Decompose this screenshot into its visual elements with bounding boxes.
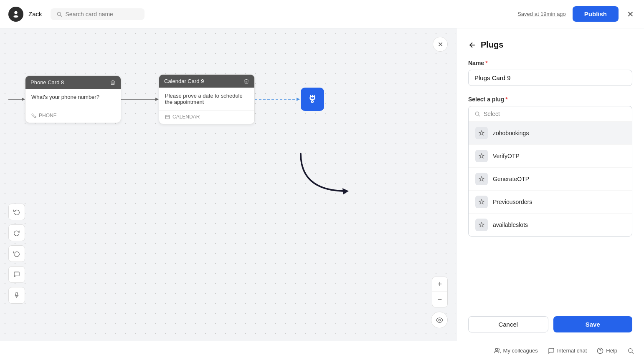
svg-marker-7 (155, 98, 159, 101)
calendar-card-header: Calendar Card 9 (159, 75, 254, 88)
left-toolbar (8, 204, 25, 304)
flow-container: Phone Card 8 What's your phone number? P… (8, 74, 324, 124)
svg-point-0 (14, 11, 17, 14)
svg-point-22 (475, 112, 479, 115)
bottom-bar: My colleagues Internal chat Help (0, 341, 644, 360)
availableslots-icon (475, 219, 488, 231)
refresh-button[interactable] (8, 245, 25, 262)
svg-marker-13 (297, 98, 300, 101)
plug-item-availableslots[interactable]: availableslots (469, 213, 632, 236)
plug-item-verifyotp[interactable]: VerifyOTP (469, 144, 632, 167)
verifyotp-icon (475, 150, 488, 162)
avatar (8, 7, 23, 22)
colleagues-label: My colleagues (503, 347, 538, 354)
back-button[interactable] (468, 41, 477, 49)
svg-rect-14 (310, 97, 315, 100)
right-panel: Plugs Name * Select a plug * (456, 28, 644, 341)
select-plug-section: Select a plug * zohobookings (468, 96, 632, 237)
panel-title: Plugs (481, 40, 503, 50)
help-item[interactable]: Help (597, 347, 617, 354)
svg-point-24 (495, 348, 497, 350)
svg-point-2 (57, 12, 61, 15)
svg-marker-16 (342, 188, 349, 194)
zoom-out-button[interactable]: − (432, 292, 447, 307)
panel-header: Plugs (468, 40, 632, 50)
search-bottom-item[interactable] (627, 347, 634, 354)
plug-required-indicator: * (505, 96, 507, 103)
canvas-area[interactable]: ✕ Phone Card 8 What's your phone number?… (0, 28, 456, 341)
colleagues-item[interactable]: My colleagues (494, 347, 538, 354)
phone-card-header: Phone Card 8 (25, 76, 121, 89)
svg-line-3 (60, 15, 61, 16)
plug-blue-card[interactable] (301, 88, 324, 111)
search-bar[interactable] (51, 8, 145, 20)
svg-rect-17 (14, 272, 19, 276)
topbar-right: Saved at 19min ago Publish ✕ (517, 6, 636, 22)
plug-label-verifyotp: VerifyOTP (493, 153, 520, 159)
redo-button[interactable] (8, 224, 25, 241)
plug-item-zohobookings[interactable]: zohobookings (469, 122, 632, 144)
calendar-card-body: Please prove a date to schedule the appo… (159, 88, 254, 110)
publish-button[interactable]: Publish (573, 6, 619, 22)
plug-label-generateotp: GenerateOTP (493, 176, 529, 182)
name-field-section: Name * (468, 60, 632, 96)
phone-card-8[interactable]: Phone Card 8 What's your phone number? P… (25, 76, 121, 123)
preview-button[interactable] (431, 312, 448, 328)
select-plug-label: Select a plug * (468, 96, 632, 103)
phone-card-body: What's your phone number? (25, 89, 121, 109)
generateotp-icon (475, 173, 488, 185)
comment-button[interactable] (8, 266, 25, 283)
start-connector (8, 95, 25, 103)
plug-label-availableslots: availableslots (493, 222, 528, 228)
svg-point-20 (439, 319, 440, 321)
name-input[interactable] (468, 70, 632, 86)
help-label: Help (606, 347, 617, 354)
close-button[interactable]: ✕ (625, 8, 636, 21)
zoom-controls: + − (432, 277, 448, 307)
required-indicator: * (485, 60, 487, 66)
pin-button[interactable] (8, 287, 25, 304)
plug-item-previousorders[interactable]: Previousorders (469, 190, 632, 213)
svg-line-23 (479, 115, 480, 116)
undo-button[interactable] (8, 204, 25, 220)
zohobookings-icon (475, 127, 488, 139)
plug-label-previousorders: Previousorders (493, 199, 532, 205)
svg-point-15 (312, 101, 313, 102)
chat-label: Internal chat (557, 347, 587, 354)
main-layout: ✕ Phone Card 8 What's your phone number?… (0, 28, 644, 341)
dashed-connector (255, 95, 301, 103)
svg-point-1 (14, 15, 18, 18)
svg-rect-8 (166, 115, 170, 119)
save-button[interactable]: Save (553, 316, 633, 332)
svg-point-27 (629, 348, 632, 352)
svg-line-28 (632, 352, 634, 354)
panel-actions: Cancel Save (468, 308, 632, 341)
saved-status: Saved at 19min ago (517, 11, 566, 17)
topbar: Zack Saved at 19min ago Publish ✕ (0, 0, 644, 28)
plug-dropdown[interactable]: zohobookings VerifyOTP GenerateOTP (468, 106, 632, 237)
zoom-in-button[interactable]: + (432, 277, 447, 292)
user-name: Zack (28, 10, 42, 18)
phone-card-footer: PHONE (25, 109, 121, 123)
plug-item-generateotp[interactable]: GenerateOTP (469, 167, 632, 190)
curved-arrow (292, 149, 359, 209)
plug-search-input[interactable] (484, 111, 626, 117)
plug-label-zohobookings: zohobookings (493, 130, 529, 136)
previousorders-icon (475, 196, 488, 208)
name-field-label: Name * (468, 60, 632, 66)
plug-search-wrap[interactable] (469, 106, 632, 122)
svg-marker-5 (22, 98, 25, 101)
chat-item[interactable]: Internal chat (548, 347, 587, 354)
canvas-close-button[interactable]: ✕ (433, 37, 448, 52)
connector-1 (121, 95, 159, 103)
calendar-card-footer: CALENDAR (159, 110, 254, 124)
cancel-button[interactable]: Cancel (468, 316, 548, 332)
calendar-card-9[interactable]: Calendar Card 9 Please prove a date to s… (159, 74, 255, 124)
search-input[interactable] (66, 11, 139, 18)
